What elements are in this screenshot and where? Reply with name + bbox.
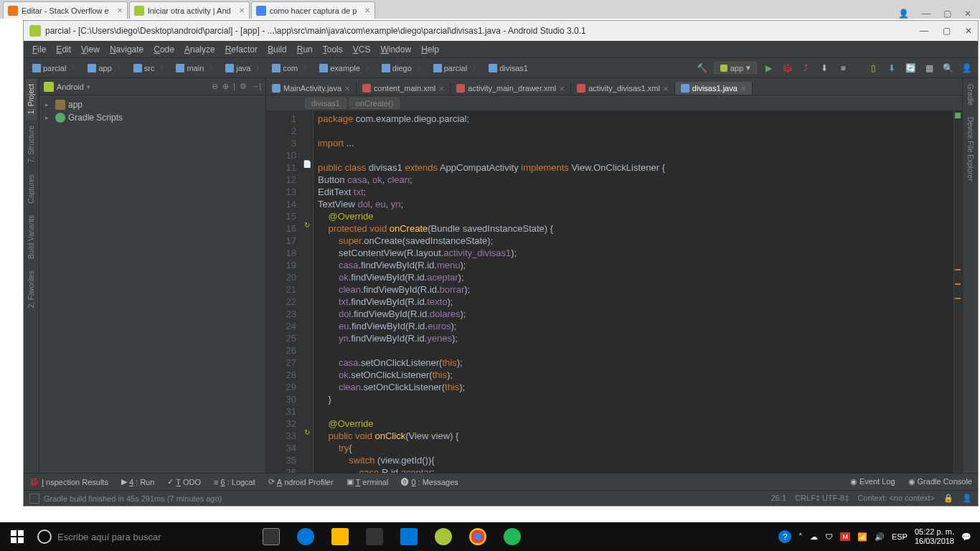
bottom-tool[interactable]: ⓿ 0: Messages [401,477,458,486]
menu-help[interactable]: Help [417,43,443,56]
volume-icon[interactable]: 🔊 [875,532,885,542]
editor-crumb[interactable]: onCreate() [349,98,400,109]
breadcrumb-item[interactable]: diego [377,61,429,75]
warning-marker[interactable] [955,283,961,285]
profile-button[interactable]: ⤴ [798,61,813,75]
bottom-tool[interactable]: ▣ Terminal [347,477,389,486]
breadcrumb-item[interactable]: src [129,61,172,75]
gear-icon[interactable]: ⚙ [240,82,247,91]
editor-tab[interactable]: divisas1.java ✕ [675,82,753,95]
onedrive-icon[interactable]: ☁ [810,532,818,542]
breadcrumb-item[interactable]: app [83,61,128,75]
menu-edit[interactable]: Edit [52,43,75,56]
menu-file[interactable]: File [28,43,50,56]
android-studio-app[interactable] [426,522,461,551]
menu-code[interactable]: Code [149,43,179,56]
code-editor[interactable]: 1231011121314151617181920212223242526272… [266,111,962,473]
spotify-app[interactable] [495,522,529,551]
mail-app[interactable] [392,522,426,551]
hector-icon[interactable]: 👤 [962,494,972,503]
explorer-app[interactable] [323,522,357,551]
tree-item[interactable]: ▸app [39,98,265,111]
security-icon[interactable]: 🛡 [825,532,833,541]
network-icon[interactable]: 📶 [857,532,867,542]
bottom-tool[interactable]: ≡ 6: Logcat [214,477,255,486]
menu-navigate[interactable]: Navigate [105,43,148,56]
chrome-app[interactable] [461,522,495,551]
warning-marker[interactable] [955,269,961,270]
edge-app[interactable] [288,522,323,551]
profile-icon[interactable]: 👤 [898,9,909,19]
bottom-tool[interactable]: 🐞 Inspection Results [29,477,108,486]
help-icon[interactable]: ? [778,530,791,543]
code-content[interactable]: package com.example.diego.parcial; impor… [314,111,953,473]
bottom-tool[interactable]: ✓ TODO [167,477,201,486]
gmail-icon[interactable]: M [840,532,850,541]
bottom-tool[interactable]: ◉ Event Log [850,477,895,486]
left-tab[interactable]: 7: Structure [26,120,37,169]
editor-tab[interactable]: activity_main_drawer.xml ✕ [451,82,571,95]
hide-icon[interactable]: →| [251,82,261,91]
breadcrumb-item[interactable]: parcial [429,61,484,75]
language-indicator[interactable]: ESP [892,532,908,541]
close-icon[interactable]: ✕ [364,6,370,14]
close-icon[interactable]: ✕ [438,85,444,93]
breadcrumb-item[interactable]: divisas1 [484,61,537,75]
breadcrumb-item[interactable]: example [315,61,377,75]
store-app[interactable] [357,522,392,551]
editor-tab[interactable]: activity_divisas1.xml ✕ [571,82,675,95]
breadcrumb-item[interactable]: com [268,61,315,75]
run-config-selector[interactable]: app ▾ [714,62,757,74]
structure-icon[interactable]: ▦ [922,61,936,75]
menu-analyze[interactable]: Analyze [180,43,220,56]
menu-tools[interactable]: Tools [319,43,347,56]
bottom-tool[interactable]: ▶ 4: Run [121,477,154,486]
collapse-icon[interactable]: ⊖ [212,82,218,91]
minimize-icon[interactable]: — [922,9,930,19]
maximize-icon[interactable]: ▢ [943,9,951,19]
menu-run[interactable]: Run [293,43,317,56]
line-ending[interactable]: CRLF‡ UTF-8‡ [795,494,849,503]
search-icon[interactable]: 🔍 [941,61,955,75]
close-button[interactable]: ✕ [965,26,972,36]
notifications-icon[interactable]: 💬 [961,532,971,542]
clock[interactable]: 05:22 p. m. 16/03/2018 [915,527,954,546]
start-button[interactable] [3,522,32,551]
breadcrumb-item[interactable]: main [171,61,221,75]
close-icon[interactable]: ✕ [117,6,123,14]
minimize-button[interactable]: — [920,26,928,36]
context-label[interactable]: Context: <no context> [857,494,935,503]
editor-crumb[interactable]: divisas1 [305,98,347,109]
right-tab[interactable]: Device File Explorer [965,111,976,187]
menu-vcs[interactable]: VCS [349,43,375,56]
left-tab[interactable]: 1: Project [26,78,37,120]
expand-icon[interactable]: ⊕ [222,82,229,91]
menu-view[interactable]: View [77,43,104,56]
taskview-button[interactable] [254,522,288,551]
attach-button[interactable]: ⬇ [817,61,831,75]
warning-marker[interactable] [955,298,961,299]
left-tab[interactable]: Captures [26,169,37,209]
bottom-tool[interactable]: ◉ Gradle Console [908,477,973,486]
tray-chevron-icon[interactable]: ˄ [798,532,803,542]
project-view-title[interactable]: Android [57,83,84,91]
hammer-icon[interactable]: 🔨 [695,61,710,75]
close-icon[interactable]: ✕ [964,9,971,19]
error-stripe[interactable] [953,111,962,473]
menu-build[interactable]: Build [263,43,291,56]
close-icon[interactable]: ✕ [740,85,746,93]
left-tab[interactable]: 2: Favorites [26,265,37,314]
right-tab[interactable]: Gradle [965,78,976,111]
breadcrumb-item[interactable]: java [221,61,268,75]
close-icon[interactable]: ✕ [344,85,350,93]
menu-refactor[interactable]: Refactor [221,43,262,56]
browser-tab[interactable]: Editar - Stack Overflow e✕ [3,1,128,19]
breadcrumb-item[interactable]: parcial [28,61,83,75]
menu-window[interactable]: Window [376,43,415,56]
sync-icon[interactable]: 🔄 [903,61,918,75]
maximize-button[interactable]: ▢ [943,26,951,36]
close-icon[interactable]: ✕ [559,85,565,93]
browser-tab[interactable]: Iniciar otra activity | And✕ [129,1,250,19]
debug-button[interactable]: 🐞 [780,61,794,75]
close-icon[interactable]: ✕ [663,85,669,93]
